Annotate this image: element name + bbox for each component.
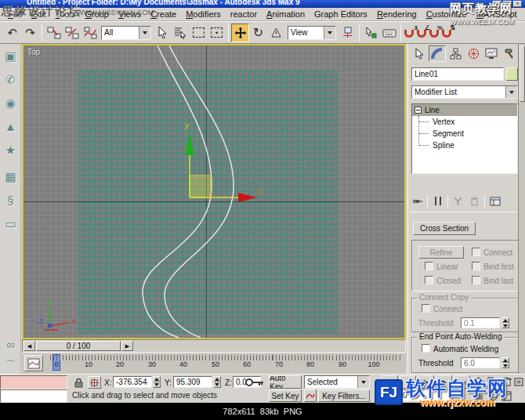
- cross-section-button[interactable]: Cross Section: [413, 222, 476, 235]
- tab-hierarchy-icon[interactable]: [447, 45, 464, 62]
- menu-reactor[interactable]: reactor: [226, 9, 262, 19]
- menu-modifiers[interactable]: Modifiers: [181, 9, 226, 19]
- arc-rotate-icon[interactable]: [487, 389, 499, 402]
- time-slider[interactable]: ◀ 0 / 100 ▶: [22, 339, 406, 353]
- configure-modifier-sets-icon[interactable]: [487, 194, 502, 208]
- shelf-arc-icon[interactable]: ⌒: [2, 357, 20, 375]
- mini-curve-editor-icon[interactable]: [24, 355, 43, 371]
- timeline-ruler[interactable]: [50, 355, 403, 360]
- viewport-label[interactable]: Top: [27, 48, 40, 56]
- auto-key-button[interactable]: Auto Key: [269, 375, 302, 389]
- menu-maxscript[interactable]: MAXScript: [472, 9, 522, 19]
- stack-item-line[interactable]: Line: [412, 104, 517, 116]
- next-frame-icon[interactable]: |▶: [436, 375, 452, 389]
- zoom-all-icon[interactable]: [487, 375, 499, 389]
- gizmo-y-arrowhead[interactable]: [185, 133, 194, 155]
- minimize-icon[interactable]: _: [493, 1, 501, 7]
- current-frame-field[interactable]: 0: [400, 389, 451, 401]
- close-icon[interactable]: ×: [513, 1, 522, 7]
- chevron-down-icon[interactable]: [139, 27, 150, 39]
- time-slider-next-icon[interactable]: ▶: [121, 341, 133, 351]
- tab-modify-icon[interactable]: [429, 45, 446, 62]
- spinner-down-icon[interactable]: [501, 363, 509, 368]
- select-and-manipulate-icon[interactable]: [362, 24, 380, 42]
- modifier-list-dropdown[interactable]: Modifier List: [411, 85, 518, 99]
- window-crossing-toggle-icon[interactable]: •: [208, 24, 226, 42]
- set-keys-key-icon[interactable]: [243, 375, 266, 389]
- chevron-down-icon[interactable]: [357, 376, 369, 388]
- viewport-top[interactable]: y x Y X Z Top: [22, 44, 406, 339]
- shelf-phone-icon[interactable]: ✆: [2, 71, 20, 89]
- chevron-down-icon[interactable]: [505, 86, 517, 98]
- spinner-down-icon[interactable]: [213, 382, 221, 389]
- gizmo-x-arrowhead[interactable]: [238, 193, 257, 202]
- rectangular-selection-region-icon[interactable]: [190, 24, 208, 42]
- stack-item-vertex[interactable]: Vertex: [412, 116, 517, 128]
- shelf-blocks-icon[interactable]: ▦: [2, 168, 20, 186]
- shelf-boxes-icon[interactable]: ▣: [2, 47, 20, 65]
- snap-toggle-3d-icon[interactable]: 3: [404, 27, 416, 38]
- selection-lock-icon[interactable]: [72, 376, 85, 389]
- welding-threshold-field[interactable]: 6.0: [461, 357, 500, 368]
- menu-customize[interactable]: Customize: [422, 9, 472, 19]
- viewport-canvas[interactable]: y x Y X Z Top: [24, 45, 404, 338]
- zoom-icon[interactable]: [473, 375, 486, 389]
- bind-to-space-warp-icon[interactable]: [81, 24, 99, 42]
- key-mode-toggle-icon[interactable]: ◀▶: [382, 389, 398, 402]
- menu-group[interactable]: Group: [80, 9, 114, 19]
- connect-copy-checkbox[interactable]: [422, 304, 430, 313]
- automatic-welding-checkbox[interactable]: [422, 344, 430, 353]
- menu-create[interactable]: Create: [146, 9, 181, 19]
- track-bar[interactable]: 0 10 20 30 40 50 60 70 80 90 100: [22, 353, 406, 374]
- shelf-spring-icon[interactable]: §: [2, 191, 20, 209]
- shelf-sphere-icon[interactable]: ◉: [2, 94, 20, 112]
- tab-display-icon[interactable]: [483, 45, 500, 62]
- spinner-up-icon[interactable]: [501, 357, 509, 363]
- time-slider-prev-icon[interactable]: ◀: [24, 341, 35, 351]
- go-to-start-icon[interactable]: |◀◀: [382, 375, 398, 389]
- select-by-name-icon[interactable]: [172, 24, 190, 42]
- shelf-capsule-icon[interactable]: ▭: [2, 215, 20, 233]
- bind-first-checkbox[interactable]: [472, 262, 480, 270]
- select-object-icon[interactable]: [154, 24, 172, 42]
- spinner-up-icon[interactable]: [501, 317, 509, 323]
- menu-file[interactable]: File: [3, 9, 27, 19]
- chevron-down-icon[interactable]: [324, 27, 335, 39]
- key-filters-button[interactable]: Key Filters...: [318, 389, 370, 402]
- unlink-selection-icon[interactable]: [63, 24, 81, 42]
- panel-scrollbar[interactable]: [518, 44, 525, 374]
- maxscript-listener-macro[interactable]: [0, 375, 67, 389]
- make-unique-icon[interactable]: [451, 194, 465, 208]
- spinner-up-icon[interactable]: [213, 376, 221, 382]
- closed-checkbox[interactable]: [425, 276, 433, 284]
- spinner-snap-toggle-icon[interactable]: ⇅: [441, 27, 454, 38]
- object-name-field[interactable]: Line01: [411, 67, 504, 81]
- previous-frame-icon[interactable]: ◀|: [400, 375, 416, 389]
- menu-tools[interactable]: Tools: [51, 9, 81, 19]
- select-and-move-icon[interactable]: [231, 24, 249, 42]
- pan-view-icon[interactable]: [473, 389, 486, 402]
- spinner-down-icon[interactable]: [501, 323, 509, 328]
- remove-modifier-icon[interactable]: [467, 194, 482, 208]
- x-coordinate-field[interactable]: -376.354: [113, 376, 152, 388]
- menu-rendering[interactable]: Rendering: [372, 9, 422, 19]
- tab-create-icon[interactable]: [411, 45, 428, 62]
- connect-copy-threshold-field[interactable]: 0.1: [461, 317, 500, 328]
- selection-filter-dropdown[interactable]: All: [101, 26, 151, 40]
- play-animation-icon[interactable]: ▶: [418, 375, 434, 389]
- show-end-result-icon[interactable]: [430, 194, 445, 208]
- go-to-end-icon[interactable]: ▶▶|: [454, 375, 470, 389]
- reference-coordinate-system-dropdown[interactable]: View: [288, 26, 336, 40]
- menu-edit[interactable]: Edit: [27, 9, 51, 19]
- menu-views[interactable]: Views: [114, 9, 146, 19]
- bind-last-checkbox[interactable]: [472, 276, 480, 284]
- select-and-scale-icon[interactable]: [267, 24, 285, 42]
- zoom-extents-icon[interactable]: [500, 375, 512, 389]
- zoom-extents-all-icon[interactable]: [513, 375, 524, 389]
- stack-item-segment[interactable]: Segment: [412, 128, 517, 139]
- tab-motion-icon[interactable]: [465, 45, 482, 62]
- spinner-down-icon[interactable]: [153, 382, 161, 389]
- shelf-cone-icon[interactable]: ▲: [2, 118, 20, 136]
- key-filter-dropdown[interactable]: Selected: [304, 375, 370, 389]
- select-and-link-icon[interactable]: [45, 24, 63, 42]
